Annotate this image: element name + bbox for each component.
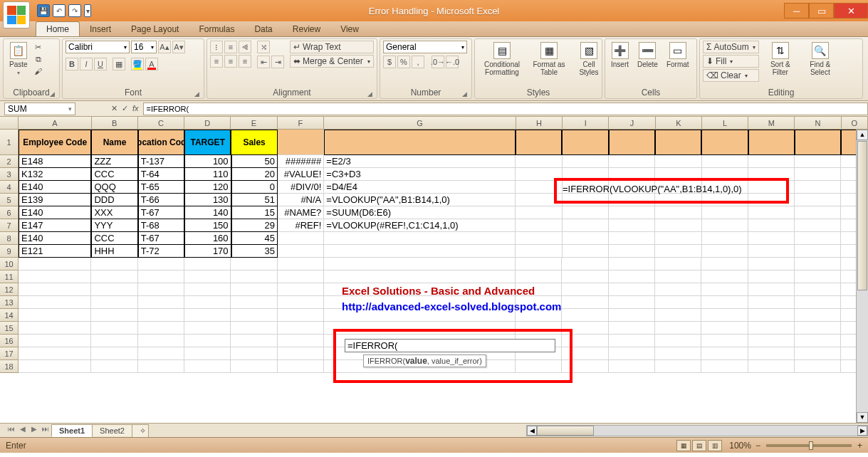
tab-formulas[interactable]: Formulas	[189, 22, 244, 36]
view-page-break-icon[interactable]: ▥	[708, 440, 722, 451]
save-icon[interactable]: 💾	[37, 4, 50, 17]
insert-cells-button[interactable]: ➕Insert	[608, 41, 632, 70]
row-header[interactable]: 2	[0, 155, 19, 168]
align-middle-icon[interactable]: ≡	[224, 41, 237, 53]
col-header[interactable]: G	[324, 117, 516, 129]
row-header[interactable]: 16	[0, 335, 19, 347]
number-format-select[interactable]: General▾	[383, 41, 467, 53]
tab-insert[interactable]: Insert	[80, 22, 121, 36]
fx-icon[interactable]: fx	[132, 104, 139, 113]
row-header[interactable]: 1	[0, 130, 19, 155]
close-button[interactable]: ✕	[834, 3, 868, 19]
sheet-nav-next-icon[interactable]: ▶	[28, 425, 40, 436]
row-header[interactable]: 13	[0, 296, 19, 309]
bold-button[interactable]: B	[66, 58, 78, 70]
decrease-decimal-icon[interactable]: ←.0	[446, 56, 459, 68]
sheet-nav-last-icon[interactable]: ⏭	[40, 425, 51, 436]
font-name-select[interactable]: Calibri▾	[66, 41, 130, 53]
tab-page-layout[interactable]: Page Layout	[121, 22, 189, 36]
align-center-icon[interactable]: ≡	[224, 55, 237, 68]
zoom-out-icon[interactable]: −	[755, 441, 760, 451]
zoom-slider[interactable]	[766, 444, 852, 447]
office-button[interactable]	[3, 1, 30, 28]
sheet-tab-2[interactable]: Sheet2	[92, 424, 132, 436]
tab-view[interactable]: View	[330, 22, 369, 36]
increase-decimal-icon[interactable]: .0→	[432, 56, 444, 68]
scroll-right-icon[interactable]: ▶	[857, 426, 867, 436]
col-header[interactable]: F	[278, 117, 324, 129]
enter-formula-icon[interactable]: ✓	[122, 104, 128, 113]
col-header[interactable]: E	[231, 117, 277, 129]
row-header[interactable]: 9	[0, 245, 19, 258]
worksheet-grid[interactable]: A B C D E F G H I J K L M N O 1 Employee…	[0, 117, 868, 423]
col-header[interactable]: M	[748, 117, 795, 129]
percent-icon[interactable]: %	[397, 56, 410, 68]
sort-filter-button[interactable]: ⇅Sort & Filter	[762, 41, 799, 78]
row-header[interactable]: 10	[0, 258, 19, 270]
format-cells-button[interactable]: ▭Format	[664, 41, 692, 70]
tab-review[interactable]: Review	[283, 22, 330, 36]
align-right-icon[interactable]: ≡	[239, 55, 251, 68]
align-left-icon[interactable]: ≡	[210, 55, 223, 68]
font-launcher-icon[interactable]: ◢	[194, 90, 199, 98]
underline-button[interactable]: U	[94, 58, 107, 70]
col-header[interactable]: B	[92, 117, 138, 129]
scroll-down-icon[interactable]: ▼	[857, 412, 868, 423]
border-button[interactable]: ▦	[113, 58, 125, 70]
zoom-level[interactable]: 100%	[729, 441, 751, 451]
grow-font-icon[interactable]: A▴	[158, 41, 171, 53]
font-size-select[interactable]: 16▾	[131, 41, 157, 53]
formula-input[interactable]: =IFERROR(	[143, 103, 868, 115]
view-page-layout-icon[interactable]: ▤	[692, 440, 706, 451]
col-header[interactable]: A	[19, 117, 91, 129]
scroll-up-icon[interactable]: ▲	[857, 130, 868, 140]
increase-indent-icon[interactable]: ⇥	[271, 56, 284, 68]
sheet-nav-first-icon[interactable]: ⏮	[6, 425, 17, 436]
currency-icon[interactable]: $	[383, 56, 396, 68]
align-bottom-icon[interactable]: ⫷	[239, 41, 251, 53]
alignment-launcher-icon[interactable]: ◢	[367, 90, 372, 98]
undo-icon[interactable]: ↶	[53, 4, 66, 17]
maximize-button[interactable]: ▭	[809, 3, 834, 19]
row-header[interactable]: 18	[0, 360, 19, 373]
col-header[interactable]: H	[516, 117, 563, 129]
merge-center-button[interactable]: ⬌Merge & Center▾	[290, 55, 374, 68]
format-as-table-button[interactable]: ▦Format as Table	[529, 41, 569, 78]
qat-more-icon[interactable]: ▾	[84, 4, 91, 17]
font-color-button[interactable]: A	[145, 58, 158, 70]
col-header[interactable]: N	[795, 117, 841, 129]
redo-icon[interactable]: ↷	[68, 4, 81, 17]
row-header[interactable]: 3	[0, 168, 19, 181]
hscroll-thumb[interactable]	[537, 426, 594, 436]
cancel-formula-icon[interactable]: ✕	[111, 104, 117, 113]
row-header[interactable]: 6	[0, 206, 19, 219]
row-header[interactable]: 11	[0, 270, 19, 283]
name-box[interactable]: SUM▾	[4, 103, 75, 115]
row-header[interactable]: 7	[0, 219, 19, 232]
col-header[interactable]: I	[563, 117, 609, 129]
conditional-formatting-button[interactable]: ▤Conditional Formatting	[478, 41, 526, 78]
vertical-scrollbar[interactable]: ▲ ▼	[856, 130, 868, 423]
row-header[interactable]: 14	[0, 309, 19, 322]
row-header[interactable]: 15	[0, 322, 19, 335]
col-header[interactable]: C	[138, 117, 184, 129]
row-header[interactable]: 5	[0, 194, 19, 206]
cell-edit-input[interactable]: =IFERROR(	[345, 339, 555, 352]
comma-icon[interactable]: ,	[412, 56, 424, 68]
banner-link[interactable]: http://advanced-excel-solved.blogspot.co…	[342, 300, 561, 312]
fill-button[interactable]: ⬇Fill▾	[703, 55, 759, 68]
row-header[interactable]: 4	[0, 181, 19, 194]
shrink-font-icon[interactable]: A▾	[172, 41, 185, 53]
decrease-indent-icon[interactable]: ⇤	[257, 56, 270, 68]
row-header[interactable]: 12	[0, 283, 19, 296]
cell-styles-button[interactable]: ▧Cell Styles	[572, 41, 606, 78]
new-sheet-button[interactable]: ✧	[132, 424, 149, 437]
clear-button[interactable]: ⌫Clear▾	[703, 69, 759, 82]
sheet-tab-1[interactable]: Sheet1	[51, 424, 93, 437]
col-header[interactable]: O	[842, 117, 868, 129]
col-header[interactable]: L	[702, 117, 748, 129]
autosum-button[interactable]: ΣAutoSum▾	[703, 41, 759, 53]
tab-home[interactable]: Home	[36, 21, 80, 36]
tab-data[interactable]: Data	[244, 22, 282, 36]
select-all-corner[interactable]	[0, 117, 19, 129]
